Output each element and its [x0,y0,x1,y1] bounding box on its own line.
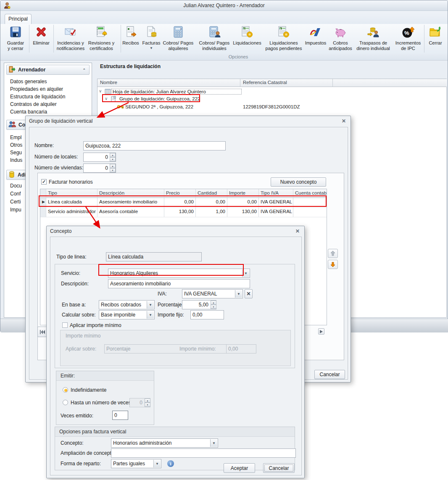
window-title: Julian Alvarez Quintero - Arrendador [0,0,448,11]
dialog2-cancel-button[interactable]: Cancelar [263,463,295,473]
tab-principal[interactable]: Principal [5,14,32,24]
sidebar-item[interactable]: Segu [10,150,22,156]
tree-node-label[interactable]: Hoja de liquidación: Julian Alvarez Quin… [111,89,242,95]
screenshot-stage: Julian Alvarez Quintero - Arrendador Pri… [0,0,448,480]
sidebar-item[interactable]: Conf [10,191,21,198]
title-bar: Julian Alvarez Quintero - Arrendador [0,0,448,11]
descripcion-label: Descripción: [61,281,89,287]
sidebar-item[interactable]: Empl [10,135,21,141]
close-button[interactable]: Cerrar [425,24,446,53]
importe-minimo-group-title: Importe mínimo [66,333,100,339]
info-icon: i [167,460,174,467]
tipo-linea-label: Tipo de linea: [56,254,87,260]
descripcion-input[interactable]: Asesoramiento inmobiliario [108,279,250,288]
iva-combo[interactable]: IVA GENERAL▼ [182,289,243,298]
grid-nav-first-button[interactable] [37,327,47,337]
forma-reparto-label: Forma de reparto: [61,461,101,467]
payments-individual-icon [208,25,221,39]
radio-hasta-numero[interactable] [63,400,68,405]
liquidations-pending-button[interactable]: V Liquidaciones pagos pendientes [265,24,302,53]
column-header-nombre[interactable]: Nombre [98,79,240,87]
ribbon-group-row: Opciones [0,54,448,61]
move-up-button[interactable] [328,249,338,258]
servicio-label: Servicio: [61,270,80,276]
facturar-honorarios-label: Facturar honorarios [49,179,93,185]
chevron-down-icon[interactable]: ▼ [147,311,154,319]
svg-text:V: V [280,27,282,30]
ribbon-group-label: Opciones [217,54,259,60]
tree-row-propiedad[interactable]: SEGUNDO 2ª , Guipuzcoa, 222 1229819DF381… [98,103,446,111]
sidebar-item[interactable]: Otros [10,142,22,149]
facturar-honorarios-checkbox[interactable]: ✓ [41,179,47,185]
move-down-button[interactable] [328,260,338,269]
porcentaje-spinner[interactable]: ▲▼ [211,301,216,309]
sidebar-item[interactable]: Certi [10,199,21,206]
sidebar-item[interactable]: Docu [10,183,22,190]
iva-clear-button[interactable]: ✕ [245,289,253,298]
dialog2-accept-button[interactable]: Aceptar [224,463,255,473]
hscroll-right-button[interactable] [318,328,324,335]
payments-individual-button[interactable]: Cobros/ Pagos individuales [197,24,232,53]
sidebar-item-estructura[interactable]: Estructura de liquidación [10,94,65,100]
money-transfer-button[interactable]: Traspasos de dinero individual [354,24,393,53]
invoices-button[interactable]: Facturas ▼ [140,24,162,53]
svg-text:V: V [243,27,245,30]
calcular-sobre-combo[interactable]: Base imponible▼ [99,310,155,319]
locales-spinner[interactable]: ▲▼ [110,153,116,161]
liquidations-icon: V [240,25,254,39]
sidebar-item[interactable]: Indus [10,157,22,164]
close-folder-icon [429,25,442,39]
reviews-certificates-button[interactable]: Revisiones y certificados [84,24,119,53]
tree-node-label[interactable]: SEGUNDO 2ª , Guipuzcoa, 222 [125,104,193,109]
en-base-combo[interactable]: Recibos cobrados▼ [99,300,155,309]
ribbon: Guardar y cerrar Eliminar Incidencias y … [0,24,448,54]
sidebar-group-arrendador[interactable]: Arrendador ⌃ [6,65,90,75]
importe-fijo-input[interactable]: 0,00 [190,310,224,319]
aplicar-importe-minimo-checkbox[interactable]: ✓ [62,322,68,328]
sidebar-item-datos-generales[interactable]: Datos generales [10,79,47,85]
nuevo-concepto-button[interactable]: Nuevo concepto [271,177,326,187]
payments-rentals-button[interactable]: 0 Cobros/ Pagos alquileres [161,24,196,53]
money-transfer-icon [366,25,380,39]
annotation-arrow-to-dialog1 [93,100,132,121]
radio-indefinidamente-label: Indefinidamente [71,387,106,393]
svg-text:0: 0 [180,28,182,30]
close-icon[interactable]: ✕ [340,118,347,124]
expander-icon[interactable]: ∨ [99,89,102,93]
sidebar-item-cuenta-bancaria[interactable]: Cuenta bancaria [10,109,47,116]
veces-emitido-input[interactable]: 0 [112,411,128,420]
sidebar-item[interactable]: Impu [10,207,21,214]
delete-button[interactable]: Eliminar [30,24,53,53]
first-record-icon [40,330,45,334]
chevron-down-icon[interactable]: ▼ [153,460,161,467]
chevron-down-icon[interactable]: ▼ [235,290,242,298]
close-icon[interactable]: ✕ [294,228,301,235]
receipts-icon [124,25,137,39]
iva-label: IVA: [158,291,167,297]
save-close-button[interactable]: Guardar y cerrar [4,24,27,53]
sidebar-item-propiedades[interactable]: Propiedades en alquiler [10,86,63,93]
column-header-referencia[interactable]: Referencia Catastral [240,79,333,87]
sidebar-item-contratos[interactable]: Contratos de alquiler [10,101,57,108]
locales-label: Número de locales: [34,154,78,160]
importe-minimo-label: Importe mínimo: [179,346,216,352]
receipts-button[interactable]: Recibos [119,24,143,53]
dialog1-cancel-button[interactable]: Cancelar [314,370,345,379]
chevron-down-icon[interactable]: ▼ [210,439,217,447]
liquidations-button[interactable]: V Liquidaciones [232,24,262,53]
liquidations-pending-icon: V [277,25,290,39]
forma-reparto-combo[interactable]: Partes iguales▼ [111,459,161,468]
advance-collections-button[interactable]: Cobros anticipados [328,24,353,53]
nombre-input[interactable]: Guipuzcoa, 222 [83,141,226,150]
chevron-down-icon[interactable]: ▼ [147,301,154,309]
taxes-button[interactable]: Impuestos [303,24,328,53]
page-title: Estructura de liquidación [100,63,161,69]
ipc-increase-button[interactable]: % Incrementos de IPC [393,24,423,53]
ampliacion-input[interactable] [111,448,296,458]
radio-indefinidamente[interactable] [63,387,68,393]
viviendas-spinner[interactable]: ▲▼ [110,164,116,172]
concepto-combo[interactable]: Honorarios administración▼ [111,438,218,448]
calcular-sobre-label: Calcular sobre: [62,312,96,318]
arrow-down-icon [330,261,336,267]
column-header-blank[interactable] [333,79,447,87]
